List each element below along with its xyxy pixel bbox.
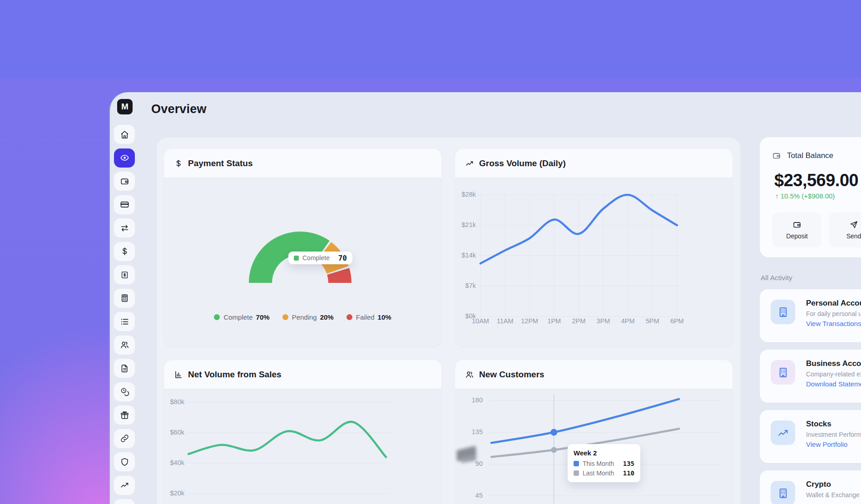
activity-link[interactable]: View Portfolio: [806, 440, 861, 448]
activity-text: Personal AccountFor daily personal useVi…: [806, 299, 861, 327]
sidebar-item-transfer[interactable]: [114, 218, 135, 237]
svg-text:$21k: $21k: [462, 221, 476, 228]
svg-text:$80k: $80k: [170, 398, 185, 405]
new-customers-tooltip: Week 2This Month135Last Month110: [568, 444, 640, 482]
coins-icon: [120, 387, 129, 396]
list-icon: [120, 317, 129, 326]
sidebar-item-users[interactable]: [114, 336, 135, 355]
tooltip-title: Week 2: [574, 449, 634, 457]
gross-volume-card: Gross Volume (Daily) $0k$7k$14k$21k$28k1…: [455, 149, 732, 346]
tooltip-value: 135: [623, 460, 634, 467]
card-title: New Customers: [479, 370, 544, 380]
svg-text:$20k: $20k: [170, 489, 185, 497]
sidebar-item-trending-up[interactable]: [114, 476, 135, 495]
mouse-cursor-blur: [455, 445, 481, 465]
activity-title: Crypto: [806, 480, 860, 489]
svg-text:11AM: 11AM: [497, 317, 514, 325]
sidebar-item-eye[interactable]: [114, 148, 135, 168]
activity-card-personal-account[interactable]: Personal AccountFor daily personal useVi…: [760, 289, 861, 342]
credit-card-icon: [120, 200, 129, 209]
tooltip-swatch: [574, 461, 579, 466]
activity-card-crypto[interactable]: CryptoWallet & Exchange: [760, 470, 861, 504]
activity-link[interactable]: View Transactions: [806, 320, 861, 327]
activity-title: Business Account: [806, 359, 861, 368]
eye-icon: [120, 153, 129, 163]
all-activity-heading: All Activity: [761, 274, 861, 282]
sidebar-item-gift[interactable]: [114, 405, 135, 425]
calculator-icon: [120, 293, 129, 303]
card-title: Gross Volume (Daily): [479, 158, 566, 168]
activity-description: For daily personal use: [806, 310, 861, 317]
gift-icon: [120, 410, 129, 420]
page-title: Overview: [151, 102, 207, 116]
svg-text:1PM: 1PM: [547, 317, 561, 325]
sidebar-item-wallet[interactable]: [114, 172, 135, 191]
activity-card-stocks[interactable]: StocksInvestment PerformanceView Portfol…: [760, 410, 861, 463]
total-balance-label: Total Balance: [787, 151, 833, 160]
activity-description: Company-related expenses: [806, 371, 861, 378]
sidebar-item-coins[interactable]: [114, 382, 135, 401]
dollar-icon: [174, 159, 183, 168]
svg-text:4PM: 4PM: [621, 317, 635, 325]
trending-up-icon: [465, 159, 474, 168]
tooltip-row: Last Month110: [574, 469, 634, 477]
sidebar-item-calculator[interactable]: [114, 289, 135, 308]
legend-value: 20%: [320, 313, 334, 321]
dashboard-screenshot: { "colors": { "accent": "#4334E4", "gree…: [0, 0, 861, 504]
deposit-button[interactable]: Deposit: [772, 212, 822, 247]
sidebar-item-document[interactable]: [114, 359, 135, 378]
svg-text:3PM: 3PM: [597, 317, 610, 325]
legend-label: Pending: [292, 313, 317, 321]
sidebar-item-link[interactable]: [114, 429, 135, 448]
activity-text: CryptoWallet & Exchange: [806, 480, 860, 499]
activity-icon-tile: [771, 300, 795, 324]
button-label: Send: [846, 232, 861, 240]
gauge-tooltip: Complete70: [288, 252, 352, 264]
building-icon: [777, 306, 789, 318]
tooltip-label: Complete: [302, 254, 330, 262]
new-customers-card: New Customers Week 2This Month135Last Mo…: [455, 360, 732, 504]
send-icon: [849, 220, 858, 229]
svg-text:6PM: 6PM: [670, 317, 684, 325]
svg-text:12PM: 12PM: [521, 317, 538, 325]
right-panel: Total Balance $23,569.00 ↑ 10.5% (+$908.…: [760, 137, 861, 504]
activity-card-business-account[interactable]: Business AccountCompany-related expenses…: [760, 350, 861, 403]
svg-text:10AM: 10AM: [472, 317, 489, 325]
document-icon: [120, 364, 129, 373]
activity-link[interactable]: Download Statement: [806, 380, 861, 388]
tooltip-swatch: [294, 256, 299, 261]
total-balance-header: Total Balance: [772, 151, 833, 160]
gross_volume-chart: $0k$7k$14k$21k$28k10AM11AM12PM1PM2PM3PM4…: [455, 149, 732, 346]
activity-description: Wallet & Exchange: [806, 491, 860, 499]
total-balance-change: ↑ 10.5% (+$908.00): [775, 192, 835, 200]
total-balance-card: Total Balance $23,569.00 ↑ 10.5% (+$908.…: [760, 137, 861, 257]
trending-up-icon: [120, 480, 129, 490]
charts-container: Payment Status Complete70 Complete70%Pen…: [157, 138, 740, 504]
tooltip-label: This Month: [583, 460, 614, 467]
wallet-icon: [772, 151, 781, 160]
activity-text: Business AccountCompany-related expenses…: [806, 359, 861, 388]
sidebar-item-shield[interactable]: [114, 452, 135, 471]
svg-text:45: 45: [475, 492, 483, 499]
tooltip-row: This Month135: [574, 460, 634, 467]
dollar-icon: [120, 247, 129, 256]
tooltip-swatch: [574, 470, 579, 476]
app-window: M Overview Payment Status Complete70 Com…: [110, 92, 861, 504]
legend-value: 70%: [256, 313, 270, 321]
button-label: Deposit: [786, 232, 807, 240]
legend-dot: [346, 314, 352, 320]
legend-item-pending: Pending20%: [282, 313, 334, 321]
legend-item-failed: Failed10%: [346, 313, 391, 321]
wallet-icon: [792, 220, 802, 229]
sidebar-item-list[interactable]: [114, 312, 135, 331]
sidebar-item-dollar[interactable]: [114, 242, 135, 261]
new-customers-card-header: New Customers: [455, 360, 732, 389]
tooltip-label: Last Month: [583, 469, 614, 477]
sidebar-item-credit-card[interactable]: [114, 195, 135, 214]
sidebar-item-box[interactable]: [114, 499, 135, 504]
sidebar-item-home[interactable]: [114, 125, 135, 144]
svg-text:$28k: $28k: [462, 191, 476, 198]
sidebar-item-invoice[interactable]: [114, 265, 135, 284]
legend-value: 10%: [378, 313, 391, 321]
send-button[interactable]: Send: [829, 212, 861, 247]
